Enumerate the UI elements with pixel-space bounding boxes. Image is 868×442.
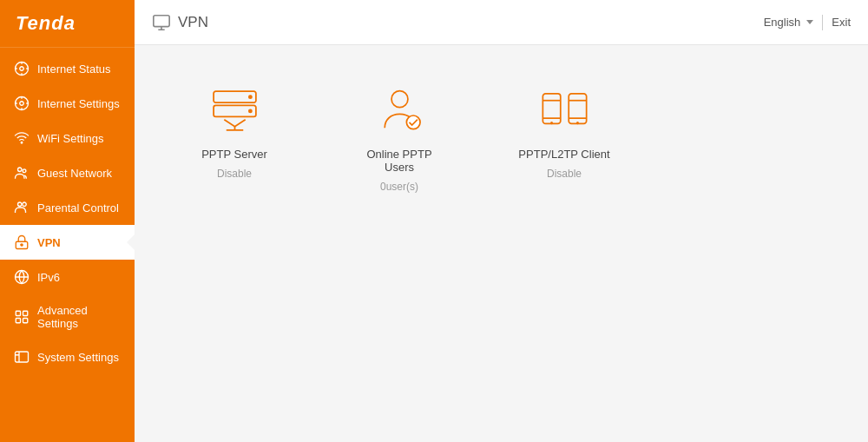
- sidebar-item-vpn[interactable]: VPN: [0, 225, 135, 260]
- vpn-page-icon: [152, 13, 171, 32]
- svg-rect-12: [16, 311, 20, 315]
- pptp-l2tp-icon: [534, 80, 595, 141]
- pptp-l2tp-status: Disable: [547, 168, 582, 180]
- svg-point-3: [20, 102, 24, 106]
- svg-rect-27: [569, 93, 586, 123]
- chevron-down-icon: [806, 20, 813, 24]
- sidebar-item-ipv6[interactable]: IPv6: [0, 260, 135, 294]
- language-label: English: [764, 16, 801, 29]
- sidebar-item-internet-settings[interactable]: Internet Settings: [0, 86, 135, 121]
- svg-point-32: [550, 122, 553, 124]
- sidebar-label-system-settings: System Settings: [37, 351, 119, 364]
- sidebar-label-wifi-settings: WiFi Settings: [37, 132, 104, 145]
- svg-point-4: [21, 142, 23, 144]
- sidebar-label-parental-control: Parental Control: [37, 201, 119, 214]
- exit-button[interactable]: Exit: [832, 16, 851, 29]
- pptp-server-status: Disable: [217, 168, 252, 180]
- topbar: VPN English Exit: [135, 0, 868, 45]
- sidebar-item-advanced-settings[interactable]: Advanced Settings: [0, 294, 135, 340]
- main-area: VPN English Exit: [135, 0, 868, 442]
- svg-rect-17: [154, 15, 169, 26]
- svg-rect-16: [16, 352, 29, 362]
- svg-rect-14: [16, 319, 20, 323]
- sidebar-item-system-settings[interactable]: System Settings: [0, 340, 135, 374]
- page-title-area: VPN: [152, 13, 764, 32]
- sidebar-nav: Internet Status Internet Settings WiFi S…: [0, 48, 135, 374]
- language-selector[interactable]: English: [764, 16, 814, 29]
- svg-point-1: [20, 67, 24, 71]
- svg-point-20: [247, 95, 252, 99]
- svg-rect-15: [23, 319, 28, 323]
- sidebar-item-wifi-settings[interactable]: WiFi Settings: [0, 121, 135, 155]
- svg-rect-13: [23, 311, 28, 315]
- svg-point-6: [23, 169, 26, 173]
- topbar-right: English Exit: [764, 15, 851, 30]
- svg-point-5: [18, 168, 23, 172]
- svg-point-33: [575, 122, 578, 124]
- sidebar-label-guest-network: Guest Network: [37, 167, 112, 180]
- page-title: VPN: [178, 14, 208, 31]
- sidebar: Tenda Internet Status Internet Settings …: [0, 0, 135, 442]
- svg-rect-26: [542, 93, 560, 123]
- svg-point-25: [406, 115, 420, 129]
- topbar-divider: [822, 15, 823, 30]
- sidebar-item-internet-status[interactable]: Internet Status: [0, 51, 135, 86]
- pptp-l2tp-label: PPTP/L2TP Client: [518, 148, 609, 161]
- sidebar-label-internet-status: Internet Status: [37, 63, 111, 76]
- online-users-label: Online PPTP Users: [352, 148, 447, 174]
- sidebar-item-parental-control[interactable]: Parental Control: [0, 190, 135, 225]
- brand-logo: Tenda: [0, 0, 135, 48]
- sidebar-label-advanced-settings: Advanced Settings: [37, 304, 121, 330]
- svg-point-7: [18, 202, 23, 207]
- sidebar-label-vpn: VPN: [37, 236, 61, 249]
- svg-point-8: [23, 202, 27, 207]
- sidebar-item-guest-network[interactable]: Guest Network: [0, 155, 135, 190]
- vpn-card-online-users[interactable]: Online PPTP Users 0user(s): [352, 80, 447, 193]
- vpn-card-pptp-server[interactable]: PPTP Server Disable: [187, 80, 282, 180]
- sidebar-label-ipv6: IPv6: [37, 271, 60, 284]
- svg-point-24: [391, 90, 408, 107]
- vpn-card-pptp-l2tp-client[interactable]: PPTP/L2TP Client Disable: [516, 80, 612, 180]
- svg-point-10: [21, 244, 23, 246]
- sidebar-label-internet-settings: Internet Settings: [37, 97, 120, 110]
- pptp-server-label: PPTP Server: [201, 148, 267, 161]
- vpn-content: PPTP Server Disable Online PPTP Users 0u…: [135, 45, 868, 442]
- online-users-status: 0user(s): [380, 181, 418, 193]
- svg-point-21: [247, 109, 252, 113]
- pptp-server-icon: [204, 80, 265, 141]
- online-users-icon: [369, 80, 430, 141]
